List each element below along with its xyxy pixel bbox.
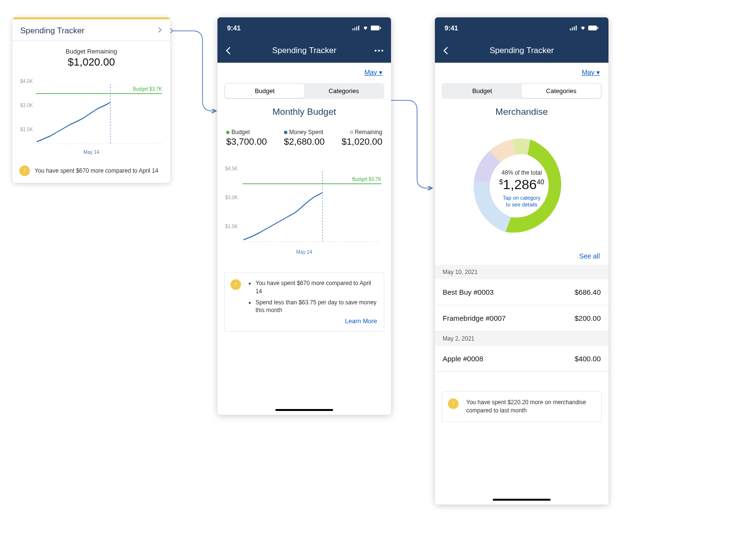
donut-center: 48% of the total $1,28640 Tap on categor… (499, 169, 544, 208)
battery-icon (371, 26, 381, 30)
caret-down-icon: ▾ (596, 68, 600, 76)
svg-point-16 (378, 50, 380, 52)
tab-budget[interactable]: Budget (443, 84, 522, 98)
month-label: May (582, 68, 594, 76)
widget-title: Spending Tracker (20, 26, 84, 36)
svg-rect-26 (572, 27, 573, 30)
svg-rect-13 (371, 26, 379, 30)
widget-tip: You have spent $670 more compared to Apr… (13, 158, 170, 183)
tx-amount: $400.00 (575, 355, 601, 363)
wifi-icon (362, 26, 369, 30)
budget-remaining: Budget Remaining $1,020.00 (13, 41, 170, 70)
phone-budget: 9:41 Spending Tracker May ▾ Budget Categ… (217, 17, 391, 415)
transaction-row[interactable]: Framebridge #0007 $200.00 (435, 305, 608, 331)
battery-icon (588, 26, 599, 30)
tab-categories[interactable]: Categories (522, 84, 601, 98)
tips-box: You have spent $670 more compared to Apr… (224, 272, 384, 332)
spending-widget: Spending Tracker Budget Remaining $1,020… (13, 17, 170, 183)
tx-amount: $686.40 (575, 288, 601, 296)
nav-title: Spending Tracker (272, 46, 336, 55)
svg-rect-25 (570, 28, 571, 30)
donut-hint: Tap on categoryto see details (499, 194, 544, 208)
dot-icon (284, 131, 287, 134)
back-button[interactable] (225, 46, 240, 55)
svg-point-17 (381, 50, 383, 52)
tips-list: You have spent $670 more compared to Apr… (250, 279, 377, 314)
home-indicator[interactable] (493, 499, 551, 501)
wifi-icon (580, 26, 586, 30)
svg-rect-29 (588, 26, 597, 30)
signal-icon (352, 26, 360, 30)
chart-date-marker: May 14 (19, 150, 163, 155)
stat-remaining: Remaining $1,020.00 (341, 129, 382, 147)
svg-text:$1.5K: $1.5K (20, 127, 33, 132)
dot-icon (226, 131, 230, 134)
svg-rect-10 (354, 27, 355, 30)
tab-categories[interactable]: Categories (304, 84, 383, 98)
budget-remaining-label: Budget Remaining (13, 48, 170, 55)
tx-amount: $200.00 (575, 314, 601, 322)
tips-box: You have spent $220.20 more on merchandi… (442, 391, 602, 422)
nav-bar: Spending Tracker (435, 39, 608, 63)
month-selector[interactable]: May ▾ (217, 63, 391, 80)
svg-text:$4.5K: $4.5K (20, 79, 33, 84)
svg-text:$3.0K: $3.0K (20, 103, 33, 108)
tip-text: You have spent $220.20 more on merchandi… (466, 399, 586, 414)
tx-name: Apple #0008 (443, 355, 483, 363)
tx-name: Best Buy #0003 (443, 288, 494, 296)
svg-rect-9 (352, 28, 353, 30)
chart-date-marker: May 14 (224, 249, 384, 255)
tx-name: Framebridge #0007 (443, 314, 506, 322)
more-icon (375, 50, 383, 52)
svg-text:Budget $3.7K: Budget $3.7K (352, 177, 381, 182)
date-header: May 2, 2021 (435, 331, 608, 346)
svg-text:$1.5K: $1.5K (225, 224, 238, 229)
status-icons (570, 26, 599, 30)
svg-rect-30 (597, 27, 598, 29)
lightbulb-icon (19, 165, 30, 176)
learn-more-link[interactable]: Learn More (231, 317, 377, 325)
month-selector[interactable]: May ▾ (435, 63, 608, 80)
widget-header[interactable]: Spending Tracker (13, 19, 170, 41)
dot-icon (350, 131, 353, 134)
budget-stats: Budget $3,700.00 Money Spent $2,680.00 R… (217, 129, 391, 147)
tip-text: You have spent $670 more compared to Apr… (35, 167, 158, 174)
svg-text:Budget $3.7K: Budget $3.7K (133, 86, 162, 92)
status-bar: 9:41 (435, 17, 608, 39)
tip-item: Spend less than $63.75 per day to save m… (256, 299, 377, 315)
budget-remaining-value: $1,020.00 (13, 56, 170, 68)
donut-amount: $1,28640 (499, 177, 544, 192)
status-time: 9:41 (445, 24, 458, 32)
chevron-right-icon (158, 27, 162, 35)
donut-chart[interactable]: 48% of the total $1,28640 Tap on categor… (435, 129, 608, 250)
chevron-left-icon (443, 46, 448, 55)
more-button[interactable] (369, 50, 383, 52)
donut-pct-label: 48% of the total (499, 169, 544, 176)
home-indicator[interactable] (275, 409, 333, 411)
segmented-control: Budget Categories (442, 83, 602, 99)
section-title: Monthly Budget (217, 107, 391, 117)
stat-budget: Budget $3,700.00 (226, 129, 267, 147)
tab-budget[interactable]: Budget (225, 84, 304, 98)
back-button[interactable] (443, 46, 457, 55)
see-all-link[interactable]: See all (435, 250, 608, 265)
status-icons (352, 26, 381, 30)
status-time: 9:41 (227, 24, 241, 32)
signal-icon (570, 26, 578, 30)
month-label: May (364, 68, 377, 76)
nav-title: Spending Tracker (489, 46, 554, 55)
widget-chart: $4.5K $3.0K $1.5K Budget $3.7K May 14 (13, 70, 170, 158)
transaction-row[interactable]: Apple #0008 $400.00 (435, 346, 608, 372)
lightbulb-icon (448, 398, 459, 409)
stat-spent: Money Spent $2,680.00 (284, 129, 325, 147)
caret-down-icon: ▾ (379, 68, 382, 76)
chevron-left-icon (225, 46, 231, 55)
svg-text:$4.5K: $4.5K (225, 166, 238, 171)
lightbulb-icon (230, 279, 241, 290)
phone-categories: 9:41 Spending Tracker May ▾ Budget Categ… (435, 17, 608, 505)
date-header: May 10, 2021 (435, 265, 608, 279)
transaction-row[interactable]: Best Buy #0003 $686.40 (435, 279, 608, 305)
budget-chart: $4.5K $3.0K $1.5K Budget $3.7K May 14 (217, 151, 391, 257)
svg-rect-12 (358, 26, 359, 30)
tip-item: You have spent $670 more compared to Apr… (256, 279, 377, 296)
